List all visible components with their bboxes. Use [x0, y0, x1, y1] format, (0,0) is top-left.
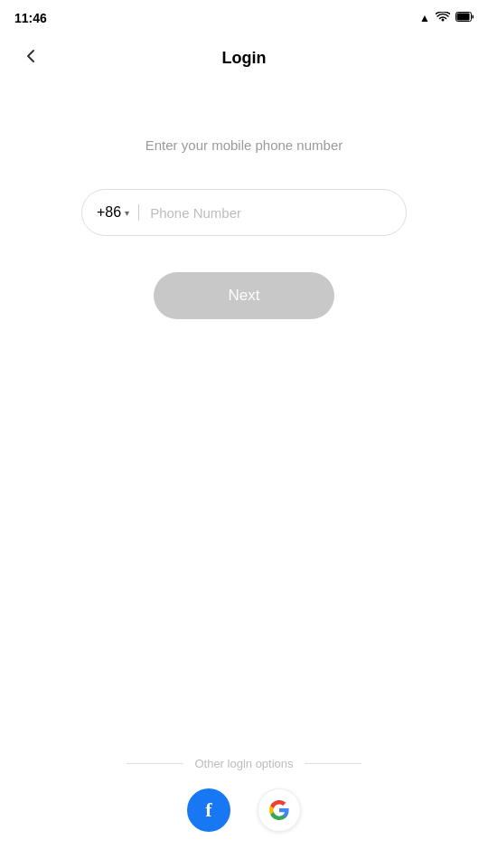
signal-icon: ▲: [419, 12, 430, 24]
country-code-text: +86: [97, 204, 121, 221]
google-icon: [268, 799, 290, 821]
country-code-selector[interactable]: +86 ▾: [97, 204, 139, 221]
divider-left: [127, 763, 183, 764]
other-login-divider: Other login options: [127, 757, 361, 770]
facebook-login-button[interactable]: f: [187, 788, 230, 832]
header: Login: [0, 33, 488, 83]
page-title: Login: [222, 49, 267, 68]
facebook-icon: f: [205, 798, 211, 822]
main-content: Enter your mobile phone number +86 ▾ Nex…: [0, 83, 488, 319]
subtitle-text: Enter your mobile phone number: [145, 137, 343, 153]
wifi-icon: [436, 12, 450, 25]
battery-icon: [455, 12, 474, 24]
status-icons: ▲: [419, 12, 474, 25]
google-login-button[interactable]: [258, 788, 301, 832]
status-bar: 11:46 ▲: [0, 0, 488, 33]
back-button[interactable]: [14, 42, 47, 74]
other-login-label: Other login options: [194, 757, 293, 770]
phone-number-input[interactable]: [150, 205, 391, 221]
back-arrow-icon: [21, 46, 41, 71]
chevron-down-icon: ▾: [125, 208, 129, 218]
phone-input-container: +86 ▾: [81, 189, 407, 236]
social-buttons: f: [187, 788, 301, 832]
next-button[interactable]: Next: [154, 272, 334, 319]
divider-right: [305, 763, 361, 764]
svg-rect-1: [457, 14, 470, 21]
status-time: 11:46: [14, 11, 47, 25]
bottom-section: Other login options f: [0, 757, 488, 832]
